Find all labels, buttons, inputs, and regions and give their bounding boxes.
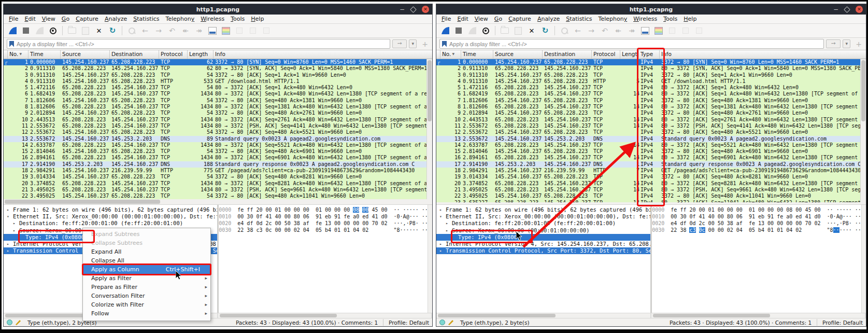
menu-item-file[interactable]: File bbox=[438, 15, 454, 23]
menu-item-go[interactable]: Go bbox=[491, 15, 505, 23]
tree-expander-icon[interactable]: ▸ bbox=[7, 247, 9, 254]
column-header-dst[interactable]: Destination bbox=[110, 50, 159, 59]
hex-row[interactable]: 0000 fe ff 20 00 01 00 00 00 01 00 00 00… bbox=[652, 206, 866, 213]
packet-row[interactable]: 81.81260665.208.228.223145.254.160.237TC… bbox=[4, 104, 432, 110]
packet-row[interactable]: 102.44351365.208.228.223145.254.160.237T… bbox=[4, 117, 432, 123]
hex-hscrollbar-thumb[interactable] bbox=[653, 314, 771, 317]
packet-row[interactable]: 203.37485265.208.228.223145.254.160.237T… bbox=[436, 181, 866, 187]
packet-row[interactable]: 20.91131065.208.228.223145.254.160.237TC… bbox=[436, 65, 866, 72]
detail-row[interactable]: ▸Frame 1: 62 bytes on wire (496 bits), 6… bbox=[436, 206, 650, 213]
packet-list-horizontal-scrollbar[interactable] bbox=[4, 199, 432, 205]
hex-horizontal-scrollbar[interactable] bbox=[218, 313, 433, 318]
column-header-len[interactable]: Length bbox=[620, 50, 639, 59]
filter-bookmark-icon[interactable] bbox=[9, 41, 14, 47]
packet-row[interactable]: 61.68241965.208.228.223145.254.160.237TC… bbox=[436, 91, 866, 97]
packet-row[interactable]: 193.014334145.254.160.23765.208.228.223T… bbox=[4, 174, 432, 180]
packet-row[interactable]: 213.49502565.208.228.223145.254.160.237T… bbox=[4, 187, 432, 193]
column-header-len[interactable]: Length bbox=[188, 50, 214, 59]
details-horizontal-scrollbar[interactable] bbox=[436, 313, 651, 318]
detail-row[interactable]: ▸Destination: fe:ff:20:00:01:00 (fe:ff:2… bbox=[436, 220, 650, 227]
hex-row[interactable]: 0030 22 38 c3 0c 00 00 02 04 05 b4 01 01… bbox=[652, 227, 866, 233]
details-vertical-scrollbar[interactable] bbox=[861, 205, 866, 313]
packet-list-scrollbar-thumb[interactable] bbox=[428, 60, 432, 121]
maximize-button[interactable] bbox=[844, 6, 850, 13]
menu-item-telephony[interactable]: Telephony bbox=[595, 15, 631, 23]
context-menu-item-collapse-all[interactable]: Collapse All bbox=[83, 256, 210, 265]
column-header-src[interactable]: Source bbox=[493, 50, 543, 59]
packet-row[interactable]: 92.012894145.254.160.23765.208.228.223TC… bbox=[436, 110, 866, 116]
packet-row[interactable]: 213.49502565.208.228.223145.254.160.237T… bbox=[436, 187, 866, 193]
filter-add-button[interactable]: + bbox=[856, 40, 862, 48]
hex-dump-pane[interactable]: 0000 fe ff 20 00 01 00 00 00 01 00 00 00… bbox=[652, 205, 866, 313]
tree-expander-icon[interactable]: ▸ bbox=[439, 206, 442, 213]
minimize-button[interactable]: − bbox=[833, 7, 838, 12]
colorize-icon[interactable] bbox=[220, 25, 232, 36]
packet-row[interactable]: 182.984291145.254.160.237216.239.59.99HT… bbox=[4, 168, 432, 174]
column-header-dst[interactable]: Destination bbox=[543, 50, 592, 59]
packet-row[interactable]: 61.68241965.208.228.223145.254.160.237TC… bbox=[4, 91, 432, 97]
column-header-type[interactable]: Type bbox=[639, 50, 660, 59]
reload-file-icon[interactable]: ↻ bbox=[106, 25, 119, 36]
packet-row[interactable]: 112.55367265.208.228.223145.254.160.237T… bbox=[4, 123, 432, 129]
packet-list[interactable]: ┌10.000000145.254.160.23765.208.228.223T… bbox=[4, 59, 432, 199]
colorize-icon[interactable] bbox=[652, 25, 665, 36]
column-header-no[interactable]: No.▼ bbox=[440, 50, 461, 59]
hex-row[interactable]: 0010 00 30 0f 41 40 00 80 06 91 eb 91 fe… bbox=[219, 213, 432, 220]
tree-expander-icon[interactable]: ▸ bbox=[439, 247, 442, 254]
hex-row[interactable]: 0020 e4 df 0d 2c 00 50 38 af fe 13 00 00… bbox=[219, 220, 432, 227]
packet-row[interactable]: 172.914190145.253.2.203145.254.160.237DN… bbox=[436, 161, 866, 168]
menu-item-tools[interactable]: Tools bbox=[660, 15, 680, 23]
packet-row[interactable]: 162.89416165.208.228.223145.254.160.237T… bbox=[436, 155, 866, 161]
menu-item-statistics[interactable]: Statistics bbox=[563, 15, 595, 23]
detail-row[interactable]: Type: IPv4 (0x0800) bbox=[436, 234, 650, 241]
menu-item-wireless[interactable]: Wireless bbox=[630, 15, 660, 23]
menu-item-edit[interactable]: Edit bbox=[454, 15, 471, 23]
start-capture-icon[interactable] bbox=[6, 25, 19, 36]
status-profile[interactable]: Profile: Default bbox=[389, 320, 429, 326]
column-header-src[interactable]: Source bbox=[61, 50, 110, 59]
packet-row[interactable]: 40.911310145.254.160.23765.208.228.223HT… bbox=[4, 78, 432, 85]
packet-list-hscrollbar-thumb[interactable] bbox=[5, 200, 160, 204]
filter-bookmark-icon[interactable] bbox=[442, 41, 447, 47]
start-capture-icon[interactable] bbox=[439, 25, 451, 36]
detail-row[interactable]: ▸Internet Protocol Version 4, Src: 145.2… bbox=[436, 241, 650, 247]
details-hscrollbar-thumb[interactable] bbox=[438, 314, 556, 317]
context-menu-item-colorize-with-filter[interactable]: Colorize with Filter▸ bbox=[83, 300, 210, 309]
filter-add-button[interactable]: + bbox=[422, 40, 428, 48]
capture-options-icon[interactable] bbox=[47, 25, 59, 36]
tree-expander-icon[interactable]: ▾ bbox=[439, 213, 442, 220]
packet-row[interactable]: 223.495025145.254.160.23765.208.228.223T… bbox=[4, 193, 432, 199]
close-file-icon[interactable]: ✕ bbox=[525, 25, 538, 36]
tree-expander-icon[interactable]: ▸ bbox=[7, 206, 9, 213]
menu-item-file[interactable]: File bbox=[6, 15, 21, 23]
packet-row[interactable]: 20.91131065.208.228.223145.254.160.237TC… bbox=[4, 65, 432, 72]
packet-list[interactable]: ┌10.000000145.254.160.23765.208.228.223T… bbox=[436, 59, 866, 202]
detail-row[interactable]: ▾Ethernet II, Src: Xerox_00:00:00 (00:00… bbox=[4, 213, 217, 220]
packet-row[interactable]: 81.81260665.208.228.223145.254.160.237TC… bbox=[436, 104, 866, 110]
display-filter-field[interactable] bbox=[7, 39, 390, 49]
column-header-proto[interactable]: Protocol bbox=[159, 50, 188, 59]
close-button[interactable]: ✕ bbox=[422, 6, 429, 13]
status-profile[interactable]: Profile: Default bbox=[822, 320, 863, 326]
menu-item-capture[interactable]: Capture bbox=[505, 15, 534, 23]
packet-row[interactable]: 182.984291145.254.160.237216.239.59.99HT… bbox=[436, 168, 866, 174]
packet-row[interactable]: 142.63378765.208.228.223145.254.160.237T… bbox=[436, 142, 866, 148]
context-menu-item-conversation-filter[interactable]: Conversation Filter▸ bbox=[83, 292, 210, 300]
packet-row[interactable]: 40.911310145.254.160.23765.208.228.223HT… bbox=[436, 78, 866, 85]
filter-dropdown-button[interactable]: ▾ bbox=[843, 39, 850, 48]
filter-dropdown-button[interactable]: ▾ bbox=[409, 39, 417, 48]
packet-row[interactable]: 122.553672145.254.160.23765.208.228.223T… bbox=[436, 129, 866, 135]
menu-item-analyze[interactable]: Analyze bbox=[102, 15, 130, 23]
detail-row[interactable]: ▸Frame 1: 62 bytes on wire (496 bits), 6… bbox=[4, 206, 217, 213]
packet-row[interactable]: 132.553672145.254.160.237145.253.2.203DN… bbox=[4, 136, 432, 142]
hex-row[interactable]: 0010 00 30 0f 41 40 00 80 06 91 eb 91 fe… bbox=[652, 213, 866, 220]
menu-item-help[interactable]: Help bbox=[248, 15, 267, 23]
menu-item-tools[interactable]: Tools bbox=[227, 15, 248, 23]
capture-options-icon[interactable] bbox=[479, 25, 492, 36]
menu-item-statistics[interactable]: Statistics bbox=[130, 15, 162, 23]
display-filter-field[interactable] bbox=[439, 39, 824, 49]
column-header-info[interactable]: Info bbox=[660, 50, 866, 59]
hex-hscrollbar-thumb[interactable] bbox=[220, 314, 337, 317]
tree-expander-icon[interactable]: ▸ bbox=[13, 220, 16, 227]
display-filter-input[interactable] bbox=[17, 41, 388, 47]
